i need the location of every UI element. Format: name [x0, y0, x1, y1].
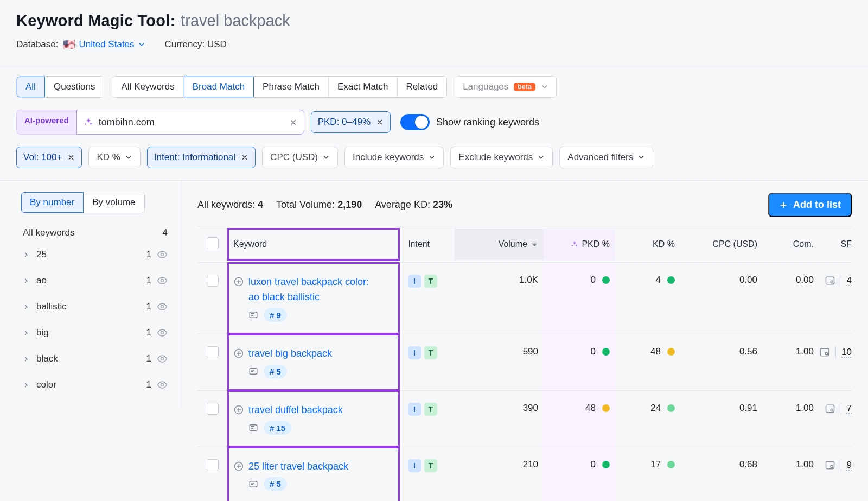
row-checkbox[interactable] — [207, 275, 219, 287]
eye-icon[interactable] — [157, 275, 168, 286]
database-value[interactable]: United States — [79, 39, 145, 50]
advanced-filters[interactable]: Advanced filters — [559, 147, 653, 168]
sidebar-item[interactable]: big 1 — [16, 320, 174, 346]
sidebar-item-count: 1 — [146, 327, 151, 338]
table-row: luxon travel backpack color: ao black ba… — [197, 263, 852, 334]
expand-icon[interactable] — [233, 461, 244, 472]
chevron-down-icon — [138, 41, 145, 48]
volume-cell: 1.0K — [455, 263, 544, 334]
clear-icon[interactable] — [289, 118, 297, 126]
add-to-list-button[interactable]: Add to list — [768, 193, 852, 217]
row-checkbox[interactable] — [207, 403, 219, 415]
select-all-checkbox[interactable] — [207, 237, 219, 249]
sidebar-item-count: 1 — [146, 275, 151, 286]
intent-cell: IT — [399, 447, 455, 501]
serp-icon[interactable] — [248, 310, 258, 320]
sidebar-item[interactable]: 25 1 — [16, 242, 174, 268]
com-cell: 1.00 — [763, 391, 819, 447]
cpc-cell: 0.68 — [680, 447, 763, 501]
sf-cell: 4 — [819, 263, 857, 334]
close-icon[interactable] — [67, 154, 75, 161]
intent-filter-chip[interactable]: Intent: Informational — [147, 147, 256, 168]
col-intent[interactable]: Intent — [399, 229, 455, 260]
intent-badge: I — [408, 275, 421, 288]
sf-cell: 7 — [819, 391, 857, 447]
chevron-right-icon — [23, 382, 30, 389]
col-volume[interactable]: Volume — [455, 229, 544, 260]
cpc-filter[interactable]: CPC (USD) — [262, 147, 338, 168]
ranking-toggle-label: Show ranking keywords — [436, 117, 539, 128]
keyword-link[interactable]: travel duffel backpack — [248, 403, 343, 418]
serp-icon[interactable] — [248, 366, 258, 376]
chevron-down-icon — [541, 83, 548, 91]
sidebar-item[interactable]: black 1 — [16, 346, 174, 372]
eye-icon[interactable] — [157, 301, 168, 312]
serp-icon[interactable] — [248, 479, 258, 489]
tab-broad-match[interactable]: Broad Match — [184, 77, 254, 97]
keyword-link[interactable]: 25 liter travel backpack — [248, 459, 348, 474]
difficulty-dot — [602, 404, 610, 412]
sort-by-volume[interactable]: By volume — [84, 192, 144, 213]
tab-questions[interactable]: Questions — [45, 77, 104, 97]
sf-cell: 10 — [819, 334, 857, 390]
summary-row: All keywords: 4 Total Volume: 2,190 Aver… — [197, 193, 852, 217]
keyword-link[interactable]: luxon travel backpack color: ao black ba… — [248, 275, 379, 305]
serp-features-icon[interactable] — [825, 275, 835, 286]
serp-icon[interactable] — [248, 423, 258, 433]
chevron-right-icon — [23, 277, 30, 284]
close-icon[interactable] — [376, 118, 384, 126]
table-row: travel duffel backpack # 15 IT 390 48 24… — [197, 391, 852, 447]
kd-cell: 24 — [615, 391, 680, 447]
eye-icon[interactable] — [157, 327, 168, 338]
database-selector[interactable]: Database: 🇺🇸 United States — [16, 39, 145, 50]
tab-exact-match[interactable]: Exact Match — [329, 77, 398, 97]
exclude-keywords-filter[interactable]: Exclude keywords — [450, 147, 553, 168]
chevron-down-icon — [637, 154, 645, 161]
pkd-filter-chip[interactable]: PKD: 0–49% — [311, 111, 391, 133]
col-sf[interactable]: SF — [819, 229, 857, 260]
col-cpc[interactable]: CPC (USD) — [680, 229, 763, 260]
sidebar-item-count: 1 — [146, 249, 151, 260]
chevron-down-icon — [125, 154, 132, 161]
col-kd[interactable]: KD % — [615, 229, 680, 260]
sf-count: 4 — [847, 275, 852, 286]
col-pkd[interactable]: PKD % — [544, 229, 615, 260]
expand-icon[interactable] — [233, 404, 244, 415]
cpc-cell: 0.00 — [680, 263, 763, 334]
serp-features-icon[interactable] — [825, 460, 835, 471]
include-keywords-filter[interactable]: Include keywords — [344, 147, 444, 168]
difficulty-dot — [667, 276, 675, 284]
expand-icon[interactable] — [233, 348, 244, 359]
domain-input[interactable]: tombihn.com — [76, 110, 304, 135]
sidebar-item[interactable]: ballistic 1 — [16, 294, 174, 320]
row-checkbox[interactable] — [207, 459, 219, 471]
serp-features-icon[interactable] — [825, 403, 835, 414]
tab-related[interactable]: Related — [398, 77, 447, 97]
row-select-cell — [197, 391, 228, 447]
intent-badge: I — [408, 346, 421, 359]
volume-filter-chip[interactable]: Vol: 100+ — [16, 147, 82, 168]
close-icon[interactable] — [241, 154, 248, 161]
tab-all[interactable]: All — [17, 77, 45, 97]
expand-icon[interactable] — [233, 276, 244, 287]
row-checkbox[interactable] — [207, 346, 219, 358]
languages-dropdown[interactable]: Languages beta — [455, 76, 557, 98]
eye-icon[interactable] — [157, 353, 168, 364]
rank-pill: # 9 — [264, 308, 287, 322]
keyword-link[interactable]: travel big backpack — [248, 346, 332, 362]
match-filters-row: All Questions All Keywords Broad Match P… — [16, 76, 852, 98]
sidebar-item[interactable]: color 1 — [16, 372, 174, 398]
eye-icon[interactable] — [157, 249, 168, 260]
intent-cell: IT — [399, 334, 455, 390]
tab-all-keywords[interactable]: All Keywords — [112, 77, 183, 97]
ranking-toggle[interactable] — [400, 114, 430, 130]
col-keyword[interactable]: Keyword — [228, 229, 399, 260]
sidebar-item[interactable]: ao 1 — [16, 268, 174, 294]
serp-features-icon[interactable] — [819, 347, 830, 358]
secondary-filters: Vol: 100+ KD % Intent: Informational CPC… — [16, 147, 852, 168]
sort-by-number[interactable]: By number — [21, 192, 84, 213]
eye-icon[interactable] — [157, 379, 168, 390]
tab-phrase-match[interactable]: Phrase Match — [254, 77, 329, 97]
col-com[interactable]: Com. — [763, 229, 819, 260]
kd-filter[interactable]: KD % — [88, 147, 140, 168]
